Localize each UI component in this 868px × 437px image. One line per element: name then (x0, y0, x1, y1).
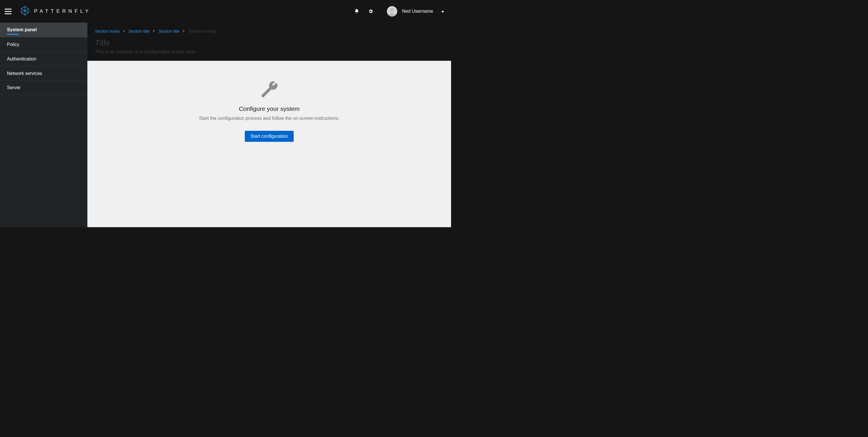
empty-state: Configure your system Start the configur… (199, 80, 340, 142)
breadcrumb: Section home Section title Section title… (95, 29, 443, 34)
breadcrumb-link-section-2[interactable]: Section title (159, 29, 179, 34)
avatar (387, 6, 397, 17)
page-title: Title (95, 38, 443, 48)
sidebar-item-system-panel[interactable]: System panel (0, 23, 87, 37)
sidebar: System panel Policy Authentication Netwo… (0, 23, 87, 227)
sidebar-item-server[interactable]: Server (0, 81, 87, 95)
content-area: Configure your system Start the configur… (87, 61, 451, 227)
chevron-right-icon (123, 30, 125, 33)
sidebar-item-label: System panel (7, 27, 37, 32)
caret-down-icon (441, 9, 444, 14)
svg-point-0 (390, 8, 394, 11)
brand-name: PATTERNFLY (34, 8, 91, 14)
empty-state-description: Start the configuration process and foll… (199, 116, 340, 121)
page-header: Section home Section title Section title… (87, 23, 451, 61)
brand-logo[interactable]: PATTERNFLY (20, 5, 91, 17)
chevron-right-icon (153, 30, 155, 33)
bell-icon[interactable] (354, 8, 360, 14)
wrench-icon (261, 80, 278, 98)
sidebar-item-authentication[interactable]: Authentication (0, 52, 87, 66)
chevron-right-icon (183, 30, 185, 33)
main-content: Section home Section title Section title… (87, 23, 451, 227)
sidebar-item-policy[interactable]: Policy (0, 37, 87, 52)
global-header: PATTERNFLY Ned Username (0, 0, 451, 23)
user-menu[interactable]: Ned Username (387, 6, 444, 17)
breadcrumb-link-section-1[interactable]: Section title (129, 29, 150, 34)
empty-state-title: Configure your system (239, 105, 300, 112)
gear-icon[interactable] (368, 8, 374, 14)
page-subtitle: This is an example of a configuration em… (95, 49, 443, 54)
nav-toggle-button[interactable] (5, 7, 14, 16)
start-configuration-button[interactable]: Start configuration (245, 131, 294, 142)
brand-icon (20, 5, 30, 17)
sidebar-item-label: Policy (7, 42, 20, 47)
user-name-label: Ned Username (402, 9, 433, 14)
breadcrumb-link-home[interactable]: Section home (95, 29, 120, 34)
breadcrumb-current: Section landing (188, 29, 216, 34)
header-actions: Ned Username (354, 6, 444, 17)
sidebar-item-label: Network services (7, 71, 42, 76)
sidebar-item-network-services[interactable]: Network services (0, 66, 87, 81)
sidebar-item-label: Authentication (7, 56, 36, 62)
sidebar-item-label: Server (7, 85, 21, 90)
